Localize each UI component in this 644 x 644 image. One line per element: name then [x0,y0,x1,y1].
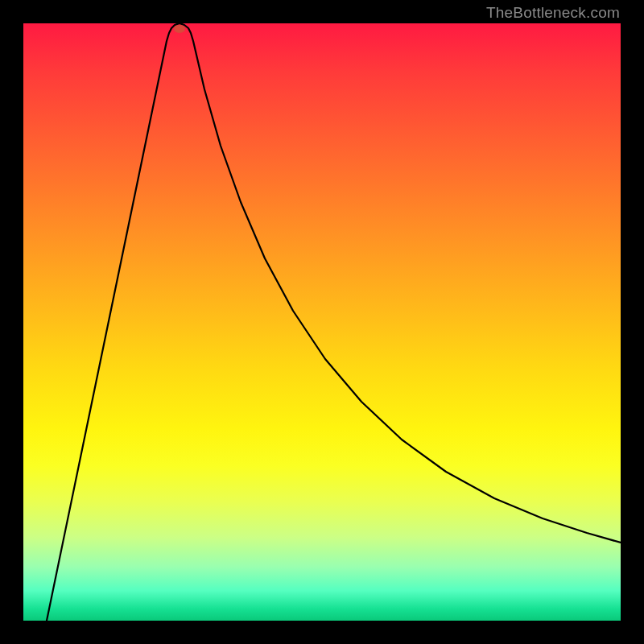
optimum-marker [174,25,185,33]
plot-area [23,23,621,621]
chart-frame: TheBottleneck.com [0,0,644,644]
attribution-text: TheBottleneck.com [486,4,620,22]
bottleneck-curve [47,23,621,621]
chart-svg [23,23,621,621]
